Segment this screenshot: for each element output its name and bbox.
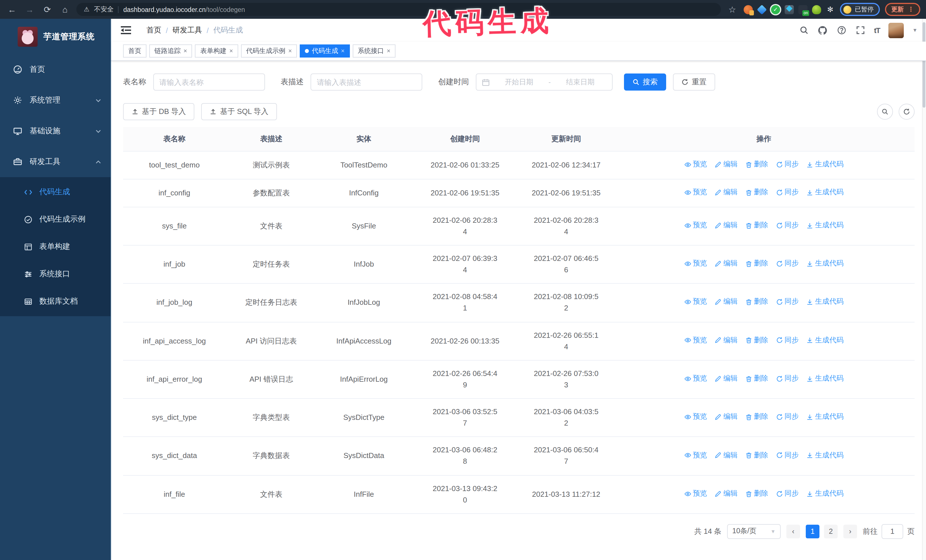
- import-db-button[interactable]: 基于 DB 导入: [123, 103, 195, 120]
- page-button-1[interactable]: 1: [806, 525, 819, 538]
- tab-首页[interactable]: 首页: [123, 44, 147, 57]
- delete-link[interactable]: 删除: [745, 488, 768, 499]
- reload-icon[interactable]: ⟳: [41, 3, 54, 16]
- page-scrollbar[interactable]: [922, 19, 926, 560]
- sidebar-item-home[interactable]: 首页: [0, 54, 110, 85]
- page-size-select[interactable]: 10条/页 ▼: [727, 524, 781, 539]
- sync-link[interactable]: 同步: [776, 220, 799, 231]
- tab-代码生成[interactable]: 代码生成 ×: [300, 44, 350, 57]
- close-icon[interactable]: ×: [183, 48, 187, 54]
- generate-code-link[interactable]: 生成代码: [806, 258, 844, 269]
- preview-link[interactable]: 预览: [684, 258, 707, 269]
- kebab-menu-icon[interactable]: ⋮: [908, 6, 914, 12]
- sync-link[interactable]: 同步: [776, 488, 799, 499]
- sync-link[interactable]: 同步: [776, 373, 799, 384]
- sync-link[interactable]: 同步: [776, 296, 799, 308]
- preview-link[interactable]: 预览: [684, 220, 707, 231]
- preview-link[interactable]: 预览: [684, 373, 707, 384]
- generate-code-link[interactable]: 生成代码: [806, 187, 844, 198]
- help-icon[interactable]: [837, 25, 847, 35]
- tab-代码生成示例[interactable]: 代码生成示例 ×: [241, 44, 297, 57]
- delete-link[interactable]: 删除: [745, 159, 768, 170]
- search-icon[interactable]: [799, 25, 809, 35]
- extension-orange-icon[interactable]: [744, 5, 753, 14]
- sync-link[interactable]: 同步: [776, 258, 799, 269]
- edit-link[interactable]: 编辑: [715, 488, 738, 499]
- close-icon[interactable]: ×: [387, 48, 390, 54]
- reset-button[interactable]: 重置: [673, 74, 715, 91]
- edit-link[interactable]: 编辑: [715, 412, 738, 423]
- hamburger-icon[interactable]: [121, 26, 131, 35]
- search-button[interactable]: 搜索: [624, 74, 666, 91]
- delete-link[interactable]: 删除: [745, 187, 768, 198]
- extension-green-bot-icon[interactable]: [812, 5, 821, 14]
- preview-link[interactable]: 预览: [684, 335, 707, 346]
- address-bar[interactable]: ⚠ 不安全 dashboard.yudao.iocoder.cn/tool/co…: [76, 3, 721, 16]
- date-range-picker[interactable]: 开始日期 - 结束日期: [476, 74, 613, 91]
- edit-link[interactable]: 编辑: [715, 450, 738, 461]
- edit-link[interactable]: 编辑: [715, 373, 738, 384]
- caret-down-icon[interactable]: ▼: [912, 27, 917, 33]
- tab-表单构建[interactable]: 表单构建 ×: [195, 44, 238, 57]
- toggle-search-button[interactable]: [877, 104, 893, 120]
- sync-link[interactable]: 同步: [776, 412, 799, 423]
- avatar[interactable]: [888, 23, 904, 38]
- table-desc-input[interactable]: [310, 74, 422, 91]
- close-icon[interactable]: ×: [341, 48, 345, 54]
- breadcrumb-devtools[interactable]: 研发工具: [172, 25, 202, 35]
- delete-link[interactable]: 删除: [745, 258, 768, 269]
- breadcrumb-home[interactable]: 首页: [147, 25, 161, 35]
- edit-link[interactable]: 编辑: [715, 220, 738, 231]
- next-page-button[interactable]: ›: [843, 525, 857, 538]
- generate-code-link[interactable]: 生成代码: [806, 488, 844, 499]
- forward-icon[interactable]: →: [23, 3, 36, 16]
- scrollbar-thumb[interactable]: [923, 22, 925, 108]
- edit-link[interactable]: 编辑: [715, 296, 738, 308]
- sidebar-item-form-builder[interactable]: 表单构建: [0, 233, 110, 260]
- back-icon[interactable]: ←: [6, 3, 18, 16]
- delete-link[interactable]: 删除: [745, 450, 768, 461]
- table-name-input[interactable]: [153, 74, 265, 91]
- preview-link[interactable]: 预览: [684, 296, 707, 308]
- edit-link[interactable]: 编辑: [715, 335, 738, 346]
- tab-链路追踪[interactable]: 链路追踪 ×: [149, 44, 192, 57]
- home-icon[interactable]: ⌂: [59, 3, 71, 16]
- sync-link[interactable]: 同步: [776, 450, 799, 461]
- sync-link[interactable]: 同步: [776, 335, 799, 346]
- generate-code-link[interactable]: 生成代码: [806, 296, 844, 308]
- preview-link[interactable]: 预览: [684, 450, 707, 461]
- prev-page-button[interactable]: ‹: [787, 525, 800, 538]
- edit-link[interactable]: 编辑: [715, 159, 738, 170]
- delete-link[interactable]: 删除: [745, 220, 768, 231]
- generate-code-link[interactable]: 生成代码: [806, 450, 844, 461]
- sidebar-item-codegen-example[interactable]: 代码生成示例: [0, 206, 110, 233]
- preview-link[interactable]: 预览: [684, 488, 707, 499]
- github-icon[interactable]: [818, 25, 828, 35]
- extensions-puzzle-icon[interactable]: ✻: [826, 5, 835, 14]
- goto-page-input[interactable]: [882, 524, 903, 539]
- import-sql-button[interactable]: 基于 SQL 导入: [201, 103, 277, 120]
- sidebar-item-devtools[interactable]: 研发工具: [0, 146, 110, 177]
- browser-profile-chip[interactable]: 已暂停: [840, 3, 880, 16]
- tab-系统接口[interactable]: 系统接口 ×: [353, 44, 396, 57]
- sync-link[interactable]: 同步: [776, 159, 799, 170]
- generate-code-link[interactable]: 生成代码: [806, 335, 844, 346]
- edit-link[interactable]: 编辑: [715, 187, 738, 198]
- page-button-2[interactable]: 2: [824, 525, 838, 538]
- extension-on-badge-icon[interactable]: [798, 5, 808, 14]
- close-icon[interactable]: ×: [229, 48, 233, 54]
- sidebar-item-db-doc[interactable]: 数据库文档: [0, 288, 110, 315]
- delete-link[interactable]: 删除: [745, 296, 768, 308]
- close-icon[interactable]: ×: [288, 48, 292, 54]
- generate-code-link[interactable]: 生成代码: [806, 412, 844, 423]
- generate-code-link[interactable]: 生成代码: [806, 159, 844, 170]
- sidebar-item-infra[interactable]: 基础设施: [0, 116, 110, 146]
- sidebar-item-codegen[interactable]: 代码生成: [0, 178, 110, 206]
- sidebar-logo-row[interactable]: 芋道管理系统: [0, 19, 110, 54]
- preview-link[interactable]: 预览: [684, 159, 707, 170]
- extension-grid-icon[interactable]: [785, 5, 794, 14]
- delete-link[interactable]: 删除: [745, 412, 768, 423]
- browser-update-button[interactable]: 更新 ⋮: [885, 3, 920, 16]
- extension-check-icon[interactable]: [771, 5, 780, 14]
- sidebar-item-system-api[interactable]: 系统接口: [0, 260, 110, 288]
